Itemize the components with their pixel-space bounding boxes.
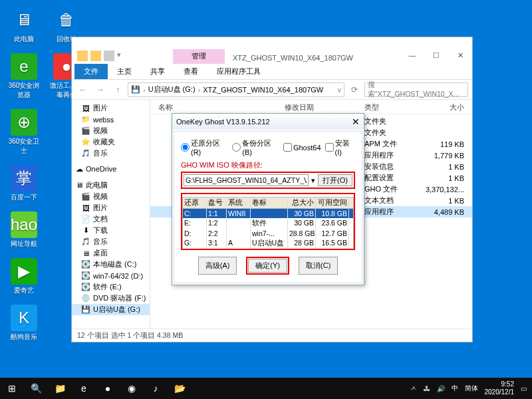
ribbon-file[interactable]: 文件: [74, 64, 108, 79]
nav-back-button[interactable]: ←: [76, 82, 90, 97]
tray-up-icon[interactable]: ㅅ: [410, 384, 417, 393]
sidebar-item[interactable]: 🎬视频: [72, 125, 150, 136]
sidebar-header[interactable]: ☁OneDrive: [72, 163, 150, 175]
tray-network-icon[interactable]: 🖧: [424, 385, 430, 392]
partition-row[interactable]: D:2:2win7-...28.8 GB12.7 GB: [182, 229, 354, 238]
advanced-button[interactable]: 高级(A): [198, 257, 237, 275]
refresh-button[interactable]: ⟳: [347, 82, 362, 97]
path-label: GHO WIM ISO 映像路径:: [181, 160, 355, 170]
desktop-icon[interactable]: e360安全浏览器: [5, 53, 43, 100]
mode-radio[interactable]: 还原分区(R): [181, 138, 228, 156]
nav-up-button[interactable]: ↑: [110, 82, 125, 97]
tray-lang[interactable]: 简体: [465, 384, 478, 393]
close-button[interactable]: ✕: [448, 47, 472, 64]
breadcrumb-item[interactable]: U启动U盘 (G:): [148, 84, 196, 94]
sidebar: 🖼图片📁webss🎬视频⭐收藏夹🎵音乐☁OneDrive🖥此电脑🎬视频🖼图片📄文…: [72, 100, 150, 329]
partition-row[interactable]: C:1:1WIN830 GB10.8 GB: [182, 209, 354, 218]
desktop-icon[interactable]: ▶爱奇艺: [5, 258, 43, 295]
sidebar-item[interactable]: 🎵音乐: [72, 236, 150, 247]
desktop-icon[interactable]: hao网址导航: [5, 211, 43, 249]
open-button[interactable]: 打开(O): [318, 174, 352, 186]
sidebar-item[interactable]: 🎬视频: [72, 191, 150, 202]
minimize-button[interactable]: —: [400, 47, 424, 64]
dialog-title: OneKey Ghost V13.9.15.212: [176, 118, 270, 126]
sidebar-item[interactable]: 🖥桌面: [72, 247, 150, 259]
desktop-icon[interactable]: 掌百度一下: [5, 165, 43, 202]
sidebar-item[interactable]: 💽本地磁盘 (C:): [72, 259, 150, 270]
sidebar-item[interactable]: 🖼图片: [72, 102, 150, 114]
image-path-input[interactable]: [184, 174, 309, 186]
tray-volume-icon[interactable]: 🔊: [437, 385, 445, 392]
taskbar-button[interactable]: ⊞: [0, 378, 24, 399]
desktop-icon[interactable]: ⊕360安全卫士: [5, 109, 43, 156]
partition-row[interactable]: G:3:1AU启动U盘28 GB16.5 GB: [182, 238, 354, 249]
confirm-button[interactable]: 确定(Y): [248, 259, 287, 273]
sidebar-item[interactable]: 💽软件 (E:): [72, 281, 150, 293]
sidebar-item[interactable]: ⬇下载: [72, 225, 150, 236]
window-title: XTZ_GHOST_WIN10_X64_1807GW: [225, 52, 361, 64]
maximize-button[interactable]: ☐: [424, 47, 448, 64]
search-input[interactable]: 搜索"XTZ_GHOST_WIN10_X...: [364, 82, 468, 97]
nav-fwd-button[interactable]: →: [93, 82, 108, 97]
sidebar-item[interactable]: 💾U启动U盘 (G:): [72, 304, 150, 315]
column-header[interactable]: 名称: [158, 102, 285, 112]
mode-radio[interactable]: 安装(I): [325, 138, 355, 156]
tray-notif-icon[interactable]: ▭: [521, 385, 527, 392]
taskbar-button[interactable]: ♪: [144, 378, 168, 399]
column-header[interactable]: 修改日期: [285, 102, 364, 112]
sidebar-item[interactable]: 📄文档: [72, 213, 150, 225]
taskbar: ⊞🔍📁e●◉♪📂 ㅅ 🖧 🔊 中 简体 9:522020/12/1 ▭: [0, 378, 532, 399]
taskbar-button[interactable]: 📁: [48, 378, 72, 399]
ribbon-tab[interactable]: 共享: [141, 64, 174, 79]
taskbar-button[interactable]: e: [72, 378, 96, 399]
desktop-icon[interactable]: K酷狗音乐: [5, 305, 43, 342]
breadcrumb-item[interactable]: XTZ_GHOST_WIN10_X64_1807GW: [203, 86, 323, 94]
onekey-dialog: OneKey Ghost V13.9.15.212 ✕ 还原分区(R)备份分区(…: [172, 113, 364, 285]
taskbar-button[interactable]: ◉: [120, 378, 144, 399]
sidebar-item[interactable]: 💿DVD 驱动器 (F:): [72, 293, 150, 304]
sidebar-item[interactable]: ⭐收藏夹: [72, 136, 150, 148]
ribbon-tab[interactable]: 应用程序工具: [207, 64, 270, 79]
cancel-button[interactable]: 取消(C): [299, 257, 338, 275]
taskbar-button[interactable]: 🔍: [24, 378, 48, 399]
manage-tab[interactable]: 管理: [173, 49, 225, 64]
dialog-close-button[interactable]: ✕: [352, 116, 360, 127]
partition-row[interactable]: E:1:2软件30 GB23.6 GB: [182, 218, 354, 229]
mode-radio[interactable]: 备份分区(B): [232, 138, 279, 156]
sidebar-item[interactable]: 🎵音乐: [72, 148, 150, 159]
tray-clock[interactable]: 9:522020/12/1: [485, 380, 515, 396]
ribbon-tab[interactable]: 查看: [174, 64, 207, 79]
tray-ime[interactable]: 中: [452, 384, 458, 393]
status-bar: 12 个项目 选中 1 个项目 4.38 MB: [72, 329, 472, 342]
breadcrumb[interactable]: 💾›U启动U盘 (G:)›XTZ_GHOST_WIN10_X64_1807GWv: [128, 82, 344, 97]
taskbar-button[interactable]: ●: [96, 378, 120, 399]
sidebar-item[interactable]: 💽win7-64/32 (D:): [72, 270, 150, 281]
taskbar-button[interactable]: 📂: [168, 378, 192, 399]
column-header[interactable]: 大小: [418, 102, 464, 112]
sidebar-item[interactable]: 🖼图片: [72, 202, 150, 213]
ribbon-tab[interactable]: 主页: [108, 64, 141, 79]
sidebar-item[interactable]: 📁webss: [72, 114, 150, 125]
mode-radio[interactable]: Ghost64: [283, 138, 321, 156]
sidebar-header[interactable]: 🖥此电脑: [72, 179, 150, 191]
desktop-icon[interactable]: 🖥此电脑: [5, 7, 43, 44]
column-header[interactable]: 类型: [364, 102, 418, 112]
